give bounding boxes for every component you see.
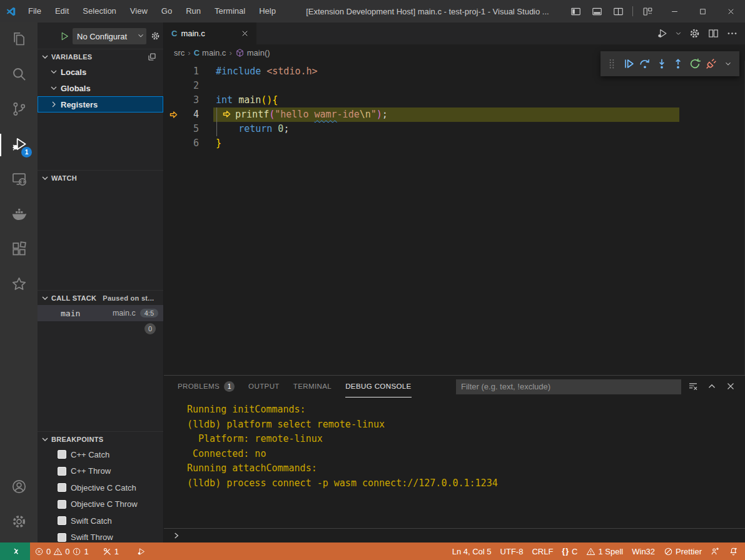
c-language-icon: C <box>171 29 177 38</box>
run-dropdown[interactable] <box>674 27 682 41</box>
more-actions-icon[interactable] <box>725 27 739 41</box>
breakpoints-header[interactable]: BREAKPOINTS <box>38 431 163 446</box>
restart-button-icon[interactable] <box>687 56 703 72</box>
breakpoint-item[interactable]: C++ Throw <box>38 463 163 480</box>
split-editor-icon[interactable] <box>706 27 720 41</box>
breakpoint-item[interactable]: Objective C Catch <box>38 479 163 496</box>
debug-settings-gear-icon[interactable] <box>150 31 161 42</box>
activity-run-and-debug[interactable]: 1 <box>0 128 38 162</box>
menu-selection[interactable]: Selection <box>76 0 123 22</box>
breakpoint-checkbox[interactable] <box>58 467 66 476</box>
scope-registers[interactable]: Registers <box>38 96 163 112</box>
spell-checker-status[interactable]: 1 Spell <box>582 542 627 560</box>
close-panel-icon[interactable] <box>725 381 737 393</box>
breadcrumb-item-main[interactable]: main() <box>235 48 270 58</box>
menu-edit[interactable]: Edit <box>48 0 76 22</box>
code-line-6[interactable]: 6} <box>164 136 744 151</box>
activity-source-control[interactable] <box>0 92 38 128</box>
menu-go[interactable]: Go <box>155 0 179 22</box>
call-stack-header[interactable]: CALL STACK Paused on st... <box>38 290 163 305</box>
disconnect-button-icon[interactable] <box>704 56 719 72</box>
close-button[interactable] <box>717 0 745 22</box>
debug-console-output[interactable]: Running initCommands:(lldb) platform sel… <box>164 398 745 528</box>
activity-search[interactable] <box>0 58 38 92</box>
configure-icon[interactable] <box>687 27 701 41</box>
activity-remote-explorer[interactable] <box>0 162 38 198</box>
breakpoint-checkbox[interactable] <box>58 533 66 542</box>
debug-more-dropdown-icon[interactable] <box>721 56 736 72</box>
menu-file[interactable]: File <box>21 0 48 22</box>
scope-globals[interactable]: Globals <box>38 80 163 96</box>
toggle-panel-icon[interactable] <box>587 2 606 20</box>
breakpoint-item[interactable]: Swift Throw <box>38 529 163 546</box>
console-filter-input[interactable] <box>456 379 681 394</box>
code-line-3[interactable]: 3int main(){ <box>164 93 744 108</box>
token: -ide <box>337 109 360 120</box>
menu-view[interactable]: View <box>123 0 155 22</box>
breakpoint-item[interactable]: C++ Catch <box>38 446 163 463</box>
breakpoint-checkbox[interactable] <box>58 516 66 525</box>
breadcrumb-item-mainc[interactable]: Cmain.c <box>194 48 226 58</box>
breadcrumb-label: src <box>174 48 185 58</box>
scope-locals[interactable]: Locals <box>38 64 163 80</box>
toggle-secondary-sidebar-icon[interactable] <box>609 2 627 20</box>
code-line-5[interactable]: 5 return 0; <box>164 122 744 136</box>
minimize-button[interactable] <box>661 0 689 22</box>
breakpoint-checkbox[interactable] <box>58 483 66 492</box>
step-into-button-icon[interactable] <box>654 56 670 72</box>
start-debugging-icon[interactable] <box>59 31 70 42</box>
code-line-2[interactable]: 2 <box>164 79 744 93</box>
activity-manage[interactable] <box>0 505 38 540</box>
watch-header[interactable]: WATCH <box>38 170 163 185</box>
feedback[interactable] <box>706 542 724 560</box>
platform-status[interactable]: Win32 <box>627 542 659 560</box>
scope-label: Locals <box>61 68 86 77</box>
step-over-button-icon[interactable] <box>637 56 653 72</box>
close-tab-icon[interactable] <box>240 29 250 39</box>
activity-explorer[interactable] <box>0 22 38 58</box>
code-line-4[interactable]: 4 printf("hello wamr-ide\n"); <box>164 108 744 122</box>
breakpoint-item[interactable]: Swift Catch <box>38 512 163 529</box>
panel-tab-problems[interactable]: PROBLEMS1 <box>178 376 235 398</box>
breakpoint-item[interactable]: Objective C Throw <box>38 496 163 513</box>
step-out-button-icon[interactable] <box>671 56 686 72</box>
collapse-all-icon[interactable] <box>147 52 157 62</box>
cursor-position[interactable]: Ln 4, Col 5 <box>448 542 496 560</box>
line-number: 6 <box>183 136 199 151</box>
maximize-panel-icon[interactable] <box>706 381 719 393</box>
breadcrumb-item-src[interactable]: src <box>174 48 185 58</box>
drag-handle-icon[interactable] <box>604 56 620 72</box>
activity-docker[interactable] <box>0 198 38 232</box>
run-or-debug-icon[interactable] <box>655 27 669 41</box>
stack-frame-row[interactable]: main main.c 4:5 <box>38 305 163 321</box>
remote-indicator[interactable] <box>0 542 30 560</box>
clear-console-icon[interactable] <box>687 381 700 393</box>
language-mode[interactable]: {}C <box>557 542 582 560</box>
breakpoint-checkbox[interactable] <box>58 450 66 459</box>
activity-wamr-ide[interactable] <box>0 268 38 302</box>
notifications-bell[interactable] <box>724 542 742 560</box>
menu-help[interactable]: Help <box>252 0 283 22</box>
toggle-primary-sidebar-icon[interactable] <box>566 2 585 20</box>
code-text: return 0; <box>199 122 289 136</box>
tab-main-c[interactable]: C main.c <box>164 22 256 44</box>
maximize-button[interactable] <box>689 0 717 22</box>
menu-terminal[interactable]: Terminal <box>208 0 252 22</box>
activity-accounts[interactable] <box>0 470 38 505</box>
panel-tab-terminal[interactable]: TERMINAL <box>293 376 332 398</box>
formatter-status[interactable]: Prettier <box>659 542 706 560</box>
debug-console-input[interactable] <box>164 528 745 542</box>
code-editor[interactable]: 1#include <stdio.h>23int main(){4 printf… <box>164 61 745 375</box>
eol-sequence[interactable]: CRLF <box>527 542 557 560</box>
panel-tab-debug-console[interactable]: DEBUG CONSOLE <box>345 376 412 398</box>
panel-tab-output[interactable]: OUTPUT <box>248 376 280 398</box>
debug-config-dropdown[interactable]: No Configurat <box>73 28 146 44</box>
menu-run[interactable]: Run <box>179 0 208 22</box>
activity-extensions[interactable] <box>0 232 38 268</box>
current-frame-arrow-icon <box>164 108 183 122</box>
variables-header[interactable]: VARIABLES <box>38 49 163 64</box>
continue-button-icon[interactable] <box>621 56 637 72</box>
encoding[interactable]: UTF-8 <box>496 542 528 560</box>
customize-layout-icon[interactable] <box>638 2 657 20</box>
breakpoint-checkbox[interactable] <box>58 500 66 509</box>
